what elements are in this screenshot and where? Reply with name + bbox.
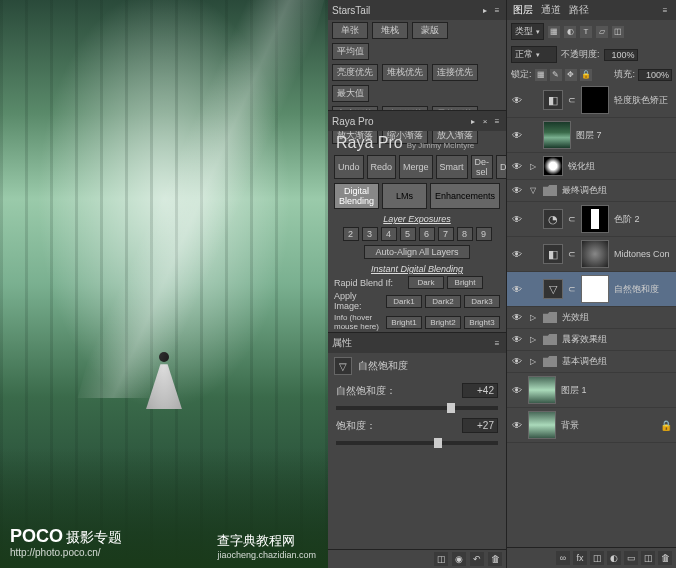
exposure-num-button[interactable]: 7: [438, 227, 454, 241]
layer-name[interactable]: 晨雾效果组: [562, 333, 672, 346]
adjustment-thumb[interactable]: ▽: [543, 279, 563, 299]
group-icon[interactable]: ▭: [624, 551, 638, 565]
menu-icon[interactable]: ≡: [660, 5, 670, 15]
layer-name[interactable]: 基本调色组: [562, 355, 672, 368]
layer-row[interactable]: 👁◔⊂色阶 2: [507, 202, 676, 237]
raya-tab-button[interactable]: Enhancements: [430, 183, 500, 209]
fill-input[interactable]: [638, 69, 672, 81]
saturation-value[interactable]: [462, 418, 498, 433]
blend-mode-dropdown[interactable]: 正常: [511, 46, 557, 63]
visibility-toggle[interactable]: 👁: [511, 185, 523, 197]
layer-name[interactable]: 自然饱和度: [614, 283, 672, 296]
vibrance-slider[interactable]: [336, 406, 498, 410]
layer-name[interactable]: Midtones Con: [614, 249, 672, 259]
visibility-toggle[interactable]: 👁: [511, 384, 523, 396]
visibility-toggle[interactable]: 👁: [511, 283, 523, 295]
layer-name[interactable]: 色阶 2: [614, 213, 672, 226]
layer-row[interactable]: 👁◧⊂Midtones Con: [507, 237, 676, 272]
layer-row[interactable]: 👁▽⊂自然饱和度: [507, 272, 676, 307]
exposure-num-button[interactable]: 2: [343, 227, 359, 241]
starstail-button[interactable]: 堆栈优先: [382, 64, 428, 81]
link-layers-icon[interactable]: ∞: [556, 551, 570, 565]
rapid-blend-button[interactable]: Dark: [408, 276, 444, 289]
visibility-toggle[interactable]: 👁: [511, 334, 523, 346]
menu-icon[interactable]: ≡: [492, 116, 502, 126]
raya-action-button[interactable]: Redo: [367, 155, 397, 179]
exposure-num-button[interactable]: 6: [419, 227, 435, 241]
layer-thumb[interactable]: [528, 411, 556, 439]
exposure-num-button[interactable]: 8: [457, 227, 473, 241]
layer-thumb[interactable]: [528, 376, 556, 404]
visibility-toggle[interactable]: 👁: [511, 356, 523, 368]
tab-layers[interactable]: 图层: [513, 3, 533, 17]
filter-kind-dropdown[interactable]: 类型: [511, 23, 544, 40]
properties-tab[interactable]: 属性: [332, 336, 352, 350]
filter-type-icon[interactable]: T: [580, 26, 592, 38]
apply-dark-button[interactable]: Dark3: [464, 295, 500, 308]
trash-icon[interactable]: 🗑: [658, 551, 672, 565]
visibility-toggle[interactable]: 👁: [511, 419, 523, 431]
filter-smart-icon[interactable]: ◫: [612, 26, 624, 38]
layer-thumb[interactable]: [543, 121, 571, 149]
expand-arrow-icon[interactable]: ▷: [528, 357, 538, 366]
visibility-toggle[interactable]: 👁: [511, 248, 523, 260]
apply-bright-button[interactable]: Bright1: [386, 316, 422, 329]
filter-shape-icon[interactable]: ▱: [596, 26, 608, 38]
filter-pixel-icon[interactable]: ▦: [548, 26, 560, 38]
visibility-toggle[interactable]: 👁: [511, 312, 523, 324]
layer-row[interactable]: 👁▷锐化组: [507, 153, 676, 180]
layer-row[interactable]: 👁图层 7: [507, 118, 676, 153]
rapid-blend-button[interactable]: Bright: [447, 276, 483, 289]
layer-row[interactable]: 👁◧⊂轻度肤色矫正（可有: [507, 83, 676, 118]
apply-bright-button[interactable]: Bright2: [425, 316, 461, 329]
starstail-button[interactable]: 单张: [332, 22, 368, 39]
apply-dark-button[interactable]: Dark2: [425, 295, 461, 308]
menu-icon[interactable]: ≡: [492, 338, 502, 348]
adjustment-thumb[interactable]: ◧: [543, 90, 563, 110]
auto-align-button[interactable]: Auto-Align All Layers: [364, 245, 469, 259]
lock-pos-icon[interactable]: ✥: [565, 69, 577, 81]
tab-paths[interactable]: 路径: [569, 3, 589, 17]
fx-icon[interactable]: fx: [573, 551, 587, 565]
layer-row[interactable]: 👁▷基本调色组: [507, 351, 676, 373]
layer-row[interactable]: 👁图层 1: [507, 373, 676, 408]
starstail-button[interactable]: 连接优先: [432, 64, 478, 81]
group-mask-thumb[interactable]: [543, 156, 563, 176]
adjustment-thumb[interactable]: ◔: [543, 209, 563, 229]
exposure-num-button[interactable]: 9: [476, 227, 492, 241]
expand-arrow-icon[interactable]: ▷: [528, 313, 538, 322]
expand-arrow-icon[interactable]: ▽: [528, 186, 538, 195]
layer-row[interactable]: 👁▷晨雾效果组: [507, 329, 676, 351]
apply-dark-button[interactable]: Dark1: [386, 295, 422, 308]
saturation-slider[interactable]: [336, 441, 498, 445]
mask-icon[interactable]: ◫: [590, 551, 604, 565]
tab-channels[interactable]: 通道: [541, 3, 561, 17]
layer-name[interactable]: 背景: [561, 419, 655, 432]
layer-row[interactable]: 👁背景🔒: [507, 408, 676, 443]
layer-mask-thumb[interactable]: [581, 205, 609, 233]
layer-name[interactable]: 图层 7: [576, 129, 672, 142]
layer-row[interactable]: 👁▷光效组: [507, 307, 676, 329]
starstail-button[interactable]: 蒙版: [412, 22, 448, 39]
starstail-button[interactable]: 平均值: [332, 43, 369, 60]
layer-mask-thumb[interactable]: [581, 240, 609, 268]
lock-all-icon[interactable]: 🔒: [580, 69, 592, 81]
filter-adj-icon[interactable]: ◐: [564, 26, 576, 38]
layer-name[interactable]: 锐化组: [568, 160, 672, 173]
view-prev-icon[interactable]: ◉: [452, 552, 466, 566]
starstail-button[interactable]: 亮度优先: [332, 64, 378, 81]
starstail-button[interactable]: 最大值: [332, 85, 369, 102]
close-icon[interactable]: ×: [480, 116, 490, 126]
layer-row[interactable]: 👁▽最终调色组: [507, 180, 676, 202]
layer-mask-thumb[interactable]: [581, 86, 609, 114]
clip-icon[interactable]: ◫: [434, 552, 448, 566]
layer-mask-thumb[interactable]: [581, 275, 609, 303]
reset-icon[interactable]: ↶: [470, 552, 484, 566]
vibrance-value[interactable]: [462, 383, 498, 398]
trash-icon[interactable]: 🗑: [488, 552, 502, 566]
raya-tab-button[interactable]: Digital Blending: [334, 183, 379, 209]
exposure-num-button[interactable]: 4: [381, 227, 397, 241]
raya-action-button[interactable]: Undo: [334, 155, 364, 179]
starstail-button[interactable]: 堆栈: [372, 22, 408, 39]
expand-arrow-icon[interactable]: ▷: [528, 335, 538, 344]
